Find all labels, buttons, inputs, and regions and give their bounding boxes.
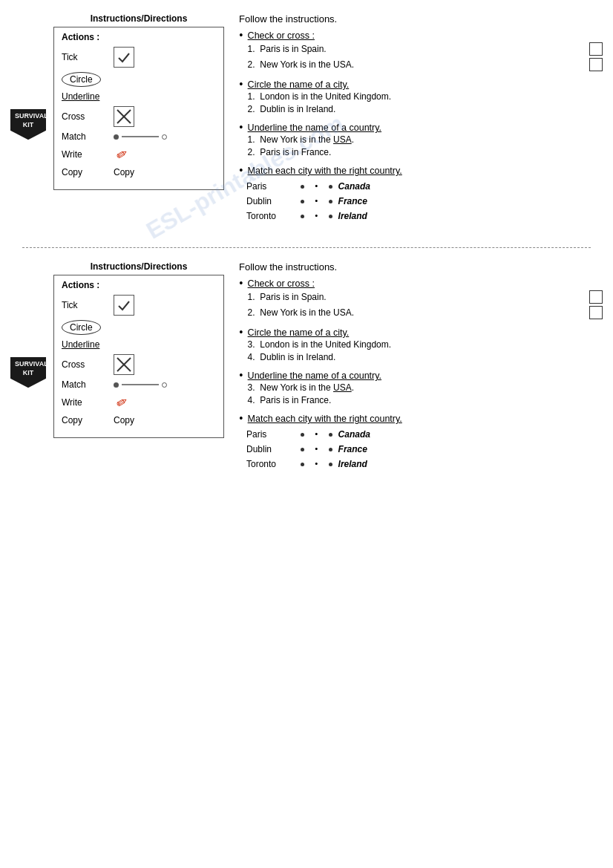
match-country-2-dublin: France — [338, 444, 390, 454]
circle-text-1-2: 2. Dublin is in Ireland. — [248, 104, 603, 114]
bullet-content-match-1: Match each city with the right country. — [248, 166, 603, 177]
check-text-1-1: 1. Paris is in Spain. — [248, 44, 586, 54]
dot-right-2-dublin — [329, 448, 332, 451]
check-heading-1: Check or cross : — [248, 30, 603, 41]
action-tick-1: Tick — [62, 47, 216, 68]
bullet-dot-underline-2: • — [239, 369, 243, 382]
follow-title-1: Follow the instructions. — [239, 13, 603, 25]
bullet-content-underline-2: Underline the name of a country. 3. New … — [248, 371, 603, 408]
copy-word-1: Copy — [114, 167, 134, 177]
bullet-match-2: • Match each city with the right country… — [239, 414, 603, 470]
tick-label-1: Tick — [62, 52, 106, 62]
bullet-content-circle-2: Circle the name of a city. 3. London is … — [248, 327, 603, 365]
circle-heading-2: Circle the name of a city. — [248, 327, 603, 338]
dot-left-1-paris — [301, 185, 304, 189]
bullet-item-circle-2: • Circle the name of a city. 3. London i… — [239, 327, 603, 365]
match-line-1 — [114, 134, 167, 140]
circle-heading-1: Circle the name of a city. — [248, 79, 603, 90]
bullet-circle-1: • Circle the name of a city. 1. London i… — [239, 79, 603, 117]
circle-item-2-2: 4. Dublin is in Ireland. — [248, 352, 603, 362]
dot-spacer-1-dublin: • — [310, 195, 323, 207]
check-item-1-2: 2. New York is in the USA. — [248, 58, 603, 71]
underline-label-1: Underline — [62, 91, 99, 102]
bullet-circle-2: • Circle the name of a city. 3. London i… — [239, 327, 603, 365]
copy-word-2: Copy — [114, 415, 134, 425]
match-dot-empty-2 — [162, 382, 167, 388]
bullet-dot-2: • — [239, 277, 243, 290]
bullet-dot-1: • — [239, 29, 243, 42]
copy-label-2: Copy — [62, 415, 106, 425]
dot-left-1-dublin — [301, 200, 304, 203]
survival-kit-badge-2: SURVIVALKIT — [10, 269, 46, 476]
instructions-title-2: Instructions/Directions — [53, 261, 224, 272]
underline-text-2-2: 4. Paris is in France. — [248, 395, 603, 405]
check-item-2-1: 1. Paris is in Spain. — [248, 290, 603, 304]
copy-label-1: Copy — [62, 167, 106, 177]
action-circle-1: Circle — [62, 72, 216, 87]
pencil-icon-1: ✏ — [114, 145, 131, 165]
action-underline-2: Underline — [62, 339, 216, 350]
dot-right-2-toronto — [329, 463, 332, 466]
dot-right-2-paris — [329, 433, 332, 437]
actions-box-2: Actions : Tick Circle Underline — [53, 275, 224, 438]
check-square-2-1 — [589, 290, 603, 304]
circle-text-1-1: 1. London is in the United Kingdom. — [248, 91, 603, 102]
underline-text-1-1: 1. New York is in the USA. — [248, 134, 603, 145]
dot-left-1-toronto — [301, 215, 304, 218]
match-row-1-toronto: Toronto • Ireland — [246, 210, 603, 222]
match-table-2: Paris • Canada Dublin • France T — [246, 428, 603, 470]
instructions-box-2: Instructions/Directions Actions : Tick C… — [53, 261, 224, 476]
write-label-2: Write — [62, 397, 106, 408]
check-square-1-1 — [589, 42, 603, 56]
bullet-item-circle-1: • Circle the name of a city. 1. London i… — [239, 79, 603, 117]
match-country-1-dublin: France — [338, 196, 390, 206]
check-text-1-2: 2. New York is in the USA. — [248, 59, 586, 70]
match-country-2-paris: Canada — [338, 429, 390, 440]
circle-item-1-2: 2. Dublin is in Ireland. — [248, 104, 603, 114]
underline-item-1-2: 2. Paris is in France. — [248, 147, 603, 157]
match-city-2-dublin: Dublin — [246, 444, 295, 454]
bullet-check-2: • Check or cross : 1. Paris is in Spain.… — [239, 278, 603, 322]
match-line-2 — [114, 382, 167, 388]
underline-item-2-2: 4. Paris is in France. — [248, 395, 603, 405]
bullet-item-check-1: • Check or cross : 1. Paris is in Spain.… — [239, 30, 603, 74]
action-underline-1: Underline — [62, 91, 216, 102]
instructions-title-1: Instructions/Directions — [53, 13, 224, 24]
actions-label-2: Actions : — [62, 280, 216, 290]
match-heading-1: Match each city with the right country. — [248, 166, 603, 176]
match-city-1-toronto: Toronto — [246, 211, 295, 221]
dot-spacer-1-paris: • — [310, 180, 323, 192]
section-1: SURVIVALKIT Instructions/Directions Acti… — [7, 7, 606, 234]
bullet-dot-underline-1: • — [239, 121, 243, 134]
action-copy-2: Copy Copy — [62, 415, 216, 425]
bullet-dot-match-1: • — [239, 164, 243, 177]
bullet-dot-circle-1: • — [239, 78, 243, 91]
follow-section-1: Follow the instructions. • Check or cros… — [232, 13, 603, 228]
dot-spacer-2-paris: • — [310, 428, 323, 440]
actions-label-1: Actions : — [62, 32, 216, 42]
bullet-content-check-2: Check or cross : 1. Paris is in Spain. 2… — [248, 278, 603, 322]
bullet-item-match-1: • Match each city with the right country… — [239, 166, 603, 177]
bullet-dot-circle-2: • — [239, 326, 243, 339]
check-square-2-2 — [589, 306, 603, 319]
match-row-2-toronto: Toronto • Ireland — [246, 458, 603, 470]
underline-text-1-2: 2. Paris is in France. — [248, 147, 603, 157]
underline-item-2-1: 3. New York is in the USA. — [248, 382, 603, 393]
match-table-1: Paris • Canada Dublin • France T — [246, 180, 603, 222]
cross-box-2 — [114, 354, 134, 375]
bullet-content-underline-1: Underline the name of a country. 1. New … — [248, 123, 603, 160]
action-circle-2: Circle — [62, 320, 216, 335]
circle-item-1-1: 1. London is in the United Kingdom. — [248, 91, 603, 102]
check-square-1-2 — [589, 58, 603, 71]
bullet-item-underline-2: • Underline the name of a country. 3. Ne… — [239, 371, 603, 408]
match-label-2: Match — [62, 379, 106, 390]
underline-text-2-1: 3. New York is in the USA. — [248, 382, 603, 393]
survival-badge-text-2: SURVIVALKIT — [10, 357, 46, 388]
match-row-1-paris: Paris • Canada — [246, 180, 603, 192]
bullet-underline-1: • Underline the name of a country. 1. Ne… — [239, 123, 603, 160]
check-item-1-1: 1. Paris is in Spain. — [248, 42, 603, 56]
action-cross-1: Cross — [62, 106, 216, 127]
bullet-dot-match-2: • — [239, 412, 243, 425]
dot-spacer-1-toronto: • — [310, 210, 323, 222]
survival-badge-text-1: SURVIVALKIT — [10, 109, 46, 140]
